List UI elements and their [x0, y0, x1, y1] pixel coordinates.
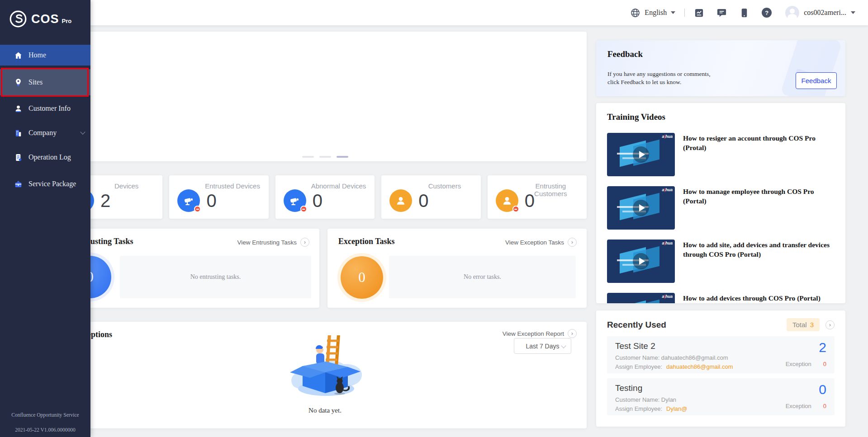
- app-window: English ? cos002: [0, 0, 868, 437]
- device-count: 0: [819, 382, 826, 397]
- language-label[interactable]: English: [645, 9, 667, 17]
- carousel-dots[interactable]: [302, 156, 348, 158]
- sidebar-item-label: Company: [28, 129, 57, 137]
- stat-label: Devices: [97, 182, 156, 190]
- video-title[interactable]: How to manage employee through COS Pro (…: [683, 186, 835, 230]
- assign-employee-value: dahuatech86@gmail.com: [666, 363, 733, 370]
- stat-label: Customers: [415, 182, 474, 190]
- sidebar-item-operation-log[interactable]: Operation Log: [0, 147, 90, 168]
- red-badge: [194, 206, 201, 212]
- video-title[interactable]: How to add devices through COS Pro (Port…: [683, 293, 821, 303]
- video-thumbnail[interactable]: a|hua: [607, 240, 675, 283]
- exception-count: 0: [823, 403, 826, 409]
- stat-card-entrusted-devices[interactable]: Entrusted Devices 0: [169, 175, 268, 219]
- person-icon: [496, 189, 518, 212]
- sidebar-item-sites[interactable]: Sites: [0, 69, 90, 95]
- recently-used-title: Recently Used: [607, 320, 787, 330]
- toolbox-icon: [14, 180, 23, 188]
- view-exception-tasks-link[interactable]: View Exception Tasks ›: [505, 238, 577, 247]
- stat-card-abnormal-devices[interactable]: Abnormal Devices 0: [275, 175, 375, 219]
- chat-icon[interactable]: [716, 8, 727, 18]
- video-title[interactable]: How to resiger an account through COS Pr…: [683, 133, 835, 176]
- chevron-right-icon[interactable]: ›: [825, 320, 835, 329]
- feedback-title: Feedback: [607, 49, 643, 59]
- stat-card-customers[interactable]: Customers 0: [381, 175, 480, 219]
- help-icon[interactable]: ?: [762, 8, 772, 18]
- sidebar-item-company[interactable]: Company: [0, 122, 90, 143]
- username[interactable]: cos002ameri...: [804, 9, 846, 17]
- exception-label: Exception: [786, 361, 811, 367]
- view-exception-report-link[interactable]: View Exception Report ›: [503, 329, 577, 338]
- view-entrusting-tasks-link[interactable]: View Entrusting Tasks ›: [237, 238, 309, 247]
- carousel-dot[interactable]: [302, 156, 314, 158]
- site-name[interactable]: Test Site 2: [615, 341, 826, 351]
- sidebar-item-service-package[interactable]: Service Package: [0, 174, 90, 194]
- site-name[interactable]: Testing: [615, 383, 826, 393]
- feedback-description: If you have any suggestions or comments,…: [607, 70, 711, 86]
- video-title[interactable]: How to add site, add devices and transfe…: [683, 240, 835, 283]
- exception-label: Exception: [786, 403, 811, 409]
- assign-employee-label: Assign Employee:: [615, 363, 662, 370]
- video-thumbnail[interactable]: a|hua: [607, 293, 675, 303]
- video-thumbnail[interactable]: a|hua: [607, 133, 675, 176]
- sidebar-item-customer-info[interactable]: Customer Info: [0, 98, 90, 119]
- sidebar-footer: Confluence Opportunity Service 2021-05-2…: [0, 411, 90, 433]
- caret-down-icon[interactable]: [851, 11, 855, 14]
- total-badge: Total 3: [787, 318, 820, 331]
- dahua-logo: a|hua: [662, 134, 673, 139]
- camera-icon: [284, 189, 306, 212]
- person-icon: [389, 189, 412, 212]
- play-icon[interactable]: [633, 200, 649, 216]
- person-icon: [14, 104, 23, 113]
- device-count: 2: [819, 340, 826, 355]
- view-exception-report-label: View Exception Report: [503, 330, 564, 337]
- stat-value: 0: [418, 191, 428, 211]
- mobile-icon[interactable]: [739, 8, 749, 18]
- sidebar-item-home[interactable]: Home: [0, 45, 90, 66]
- no-data-text: No data yet.: [63, 407, 587, 414]
- report-icon[interactable]: [694, 8, 704, 18]
- chevron-right-icon: ›: [300, 238, 309, 247]
- location-pin-icon: [14, 78, 23, 87]
- stat-value: 2: [100, 191, 110, 211]
- video-thumbnail[interactable]: a|hua: [607, 186, 675, 230]
- training-videos-title: Training Videos: [607, 112, 835, 122]
- language-switcher[interactable]: English: [630, 8, 675, 18]
- video-item: a|hua How to manage employee through COS…: [607, 186, 835, 230]
- red-minus-badge: [300, 206, 307, 212]
- avatar[interactable]: [785, 6, 799, 20]
- carousel-dot-active[interactable]: [337, 156, 348, 158]
- chevron-down-icon: [80, 129, 85, 134]
- exception-empty-text: No error tasks.: [389, 256, 576, 298]
- red-badge: [512, 206, 519, 212]
- video-item: a|hua How to add site, add devices and t…: [607, 240, 835, 283]
- sidebar-item-label: Home: [28, 51, 46, 59]
- view-entrusting-tasks-label: View Entrusting Tasks: [237, 239, 297, 246]
- date-range-select[interactable]: Last 7 Days: [514, 338, 571, 354]
- brand-name: COS: [31, 12, 59, 26]
- top-bar: English ? cos002: [0, 0, 868, 25]
- carousel-dot[interactable]: [319, 156, 331, 158]
- play-icon[interactable]: [633, 146, 649, 163]
- stat-value: 0: [525, 191, 535, 211]
- stat-card-entrusting-customers[interactable]: Entrusting Customers 0: [488, 175, 587, 219]
- assign-employee-value: Dylan@: [666, 405, 687, 412]
- stat-label: Abnormal Devices: [309, 182, 368, 190]
- stats-row: Devices 2 Entrusted Devices 0 Abnormal D…: [63, 175, 587, 219]
- recent-site-row[interactable]: Test Site 2 Customer Name: dahuatech86@g…: [607, 336, 835, 373]
- feedback-button[interactable]: Feedback: [796, 72, 837, 89]
- chevron-right-icon: ›: [568, 329, 577, 338]
- cos-logo-icon: [9, 10, 27, 28]
- play-icon[interactable]: [633, 253, 649, 269]
- exception-tasks-title: Exception Tasks: [338, 237, 395, 246]
- dahua-logo: a|hua: [662, 188, 673, 192]
- training-videos-card: Training Videos a|hua How to resiger an …: [596, 103, 845, 303]
- building-icon: [14, 129, 23, 137]
- exceptions-card: Exceptions View Exception Report › Last …: [63, 322, 587, 428]
- caret-down-icon: [671, 11, 675, 14]
- video-item: a|hua How to add devices through COS Pro…: [607, 293, 835, 303]
- recent-site-row[interactable]: Testing Customer Name: Dylan Assign Empl…: [607, 378, 835, 415]
- app-logo: COS Pro: [9, 10, 71, 28]
- view-exception-tasks-label: View Exception Tasks: [505, 239, 564, 246]
- exception-count: 0: [823, 361, 826, 367]
